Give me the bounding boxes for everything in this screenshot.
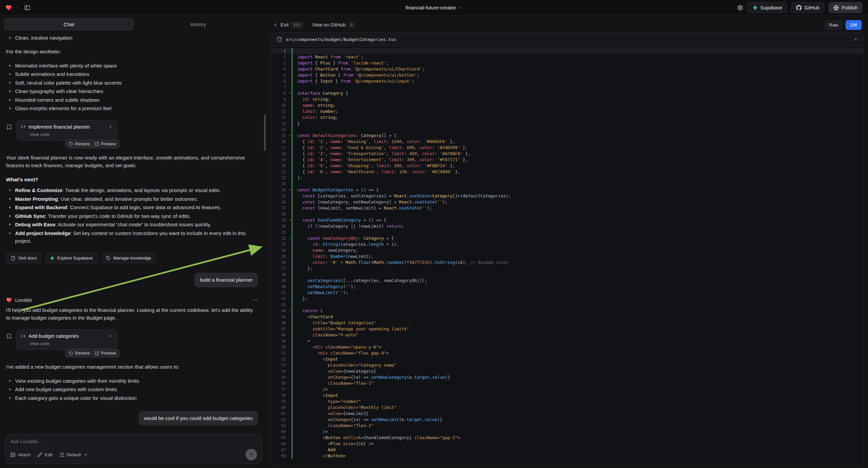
line-number: 16 — [272, 139, 291, 145]
preview-button[interactable]: Preview — [95, 351, 116, 355]
bullet-list: Minimalist interface with plenty of whit… — [6, 61, 258, 113]
line-number: 38 — [272, 272, 291, 277]
line-number: 17 — [272, 145, 291, 151]
visit-docs-chip[interactable]: Visit docs — [6, 253, 41, 263]
chat-input[interactable] — [10, 438, 257, 444]
code-text: const handleAddCategory = () => { — [291, 217, 863, 223]
fold-marker-icon[interactable]: ▾ — [289, 133, 290, 139]
tab-history[interactable]: History — [134, 18, 263, 30]
chevron-up-icon — [853, 37, 858, 41]
exit-button[interactable]: Exit ESC — [273, 22, 303, 28]
bookmark-icon — [6, 124, 12, 130]
fold-marker-icon[interactable]: ▾ — [289, 187, 290, 193]
bullet-list: Clean, intuitive navigation — [6, 33, 258, 42]
lovable-logo-icon[interactable] — [5, 4, 12, 11]
docs-icon — [11, 256, 16, 261]
line-number: 6 — [272, 78, 291, 84]
line-number: 50 — [272, 344, 291, 350]
line-number: 27 — [272, 205, 291, 211]
line-number: 46 — [272, 320, 291, 326]
line-number: 58 — [272, 392, 291, 399]
line-number: 11 — [272, 109, 291, 115]
fold-marker-icon[interactable]: ▾ — [289, 308, 290, 314]
app-root: financial-future-creator Supabase GitHub… — [0, 0, 868, 468]
code-panel: Exit ESC View on GitHub 6 Raw Diff src/c… — [267, 16, 868, 468]
diff-toggle-button[interactable]: Diff — [845, 20, 862, 30]
code-text: /> — [291, 429, 863, 435]
edit-button[interactable]: Edit — [37, 452, 52, 457]
main-split: Chat History Clean, intuitive navigation… — [0, 16, 868, 468]
code-text — [291, 48, 863, 54]
view-code-link[interactable]: View code — [21, 132, 113, 137]
code-text: const defaultCategories: Category[] = [ — [291, 133, 863, 139]
line-number: 33 — [272, 241, 291, 247]
settings-gear-icon[interactable] — [737, 5, 743, 11]
code-line-63: 63 className="flex-1" — [272, 423, 863, 429]
tab-chat[interactable]: Chat — [4, 18, 134, 30]
chat-scrollbar-thumb[interactable] — [264, 115, 266, 151]
more-options-icon[interactable] — [252, 297, 258, 303]
line-number: 21 — [272, 169, 291, 175]
code-line-59: 59 type="number" — [272, 399, 863, 405]
attach-image-icon — [10, 452, 16, 457]
code-line-17: 17 { id: '2', name: 'Food & Dining', lim… — [272, 145, 863, 151]
code-text: import { Button } from '@/components/ui/… — [291, 72, 863, 78]
restore-button[interactable]: Restore — [69, 142, 90, 146]
code-line-19: 19 { id: '4', name: 'Entertainment', lim… — [272, 157, 863, 163]
panel-toggle-icon[interactable] — [24, 5, 30, 11]
fold-marker-icon[interactable]: ▾ — [289, 90, 290, 96]
bullet-item-bold: Master Prompting — [15, 196, 58, 202]
code-line-46: 46 title="Budget Categories" — [272, 320, 863, 326]
line-number: 65 — [272, 435, 291, 441]
code-line-67: 67 Add — [272, 447, 863, 453]
send-button[interactable] — [246, 449, 257, 460]
view-code-link[interactable]: View code — [21, 341, 113, 346]
code-text: name: string; — [291, 103, 863, 109]
code-line-45: 45 <ChartCard — [272, 314, 863, 320]
code-line-13: 13} — [272, 120, 863, 126]
preview-button[interactable]: Preview — [95, 142, 116, 146]
mode-select-button[interactable]: Default — [59, 452, 89, 457]
file-icon — [277, 37, 282, 42]
line-number: 32▾ — [272, 235, 291, 241]
fold-marker-icon[interactable]: ▾ — [289, 235, 290, 241]
chat-paragraph: I'll help you add budget categories to t… — [6, 306, 258, 322]
code-line-29: 29▾ const handleAddCategory = () => { — [272, 217, 863, 223]
line-number: 18 — [272, 151, 291, 157]
line-number: 39 — [272, 277, 291, 284]
line-number: 29▾ — [272, 217, 291, 223]
code-line-20: 20 { id: '5', name: 'Shopping', limit: 2… — [272, 163, 863, 169]
explore-supabase-chip[interactable]: Explore Supabase — [45, 253, 97, 263]
line-number: 66 — [272, 441, 291, 447]
file-header-bar[interactable]: src/components/budget/BudgetCategories.t… — [272, 33, 863, 46]
publish-button[interactable]: Publish — [829, 2, 863, 13]
manage-knowledge-chip[interactable]: Manage knowledge — [101, 253, 156, 263]
bullet-item: Master Prompting: Use clear, detailed, a… — [6, 195, 258, 203]
line-number: 56 — [272, 380, 291, 386]
code-text: <Input — [291, 356, 863, 362]
code-line-62: 62 onChange={(e) => setNewLimit(e.target… — [272, 417, 863, 423]
collapse-file-button[interactable] — [853, 37, 858, 41]
code-line-2: 2import React from 'react'; — [272, 54, 863, 60]
code-line-37: 37 }; — [272, 266, 863, 272]
version-card[interactable]: Implement financial plannerView codeRest… — [17, 120, 117, 141]
code-line-49: 49 > — [272, 338, 863, 344]
project-menu[interactable]: financial-future-creator — [406, 5, 462, 10]
fold-marker-icon[interactable]: ▾ — [289, 217, 290, 223]
raw-toggle-button[interactable]: Raw — [825, 20, 843, 30]
code-icon — [21, 124, 26, 129]
chevron-right-icon — [108, 124, 113, 129]
github-button[interactable]: GitHub — [791, 2, 825, 13]
line-number: 2 — [272, 54, 291, 60]
version-card[interactable]: Add budget categoriesView codeRestorePre… — [17, 329, 117, 350]
restore-button[interactable]: Restore — [69, 351, 90, 355]
view-on-github-link[interactable]: View on GitHub 6 — [312, 22, 355, 28]
chevron-right-icon — [108, 334, 113, 339]
project-name: financial-future-creator — [406, 5, 456, 10]
code-line-18: 18 { id: '3', name: 'Transportation', li… — [272, 151, 863, 157]
code-text: name: newCategory, — [291, 247, 863, 254]
chevron-down-icon[interactable] — [16, 6, 19, 9]
line-number: 61 — [272, 411, 291, 417]
supabase-button[interactable]: Supabase — [747, 2, 787, 13]
attach-button[interactable]: Attach — [10, 452, 31, 457]
